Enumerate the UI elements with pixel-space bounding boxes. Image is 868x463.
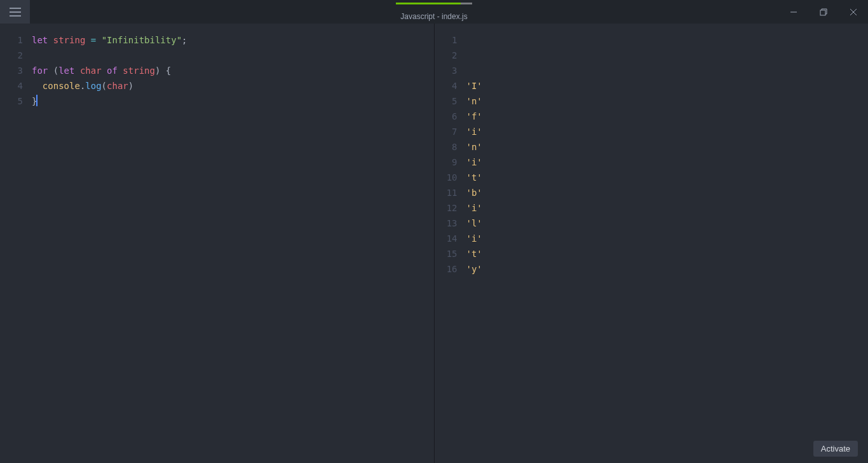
line-number: 3 — [435, 63, 458, 78]
editor-pane[interactable]: 12345 let string = "Infinitbility";for (… — [0, 24, 435, 463]
line-number: 2 — [0, 48, 23, 63]
workspace: 12345 let string = "Infinitbility";for (… — [0, 24, 868, 463]
output-line: 'n' — [466, 93, 869, 109]
line-number: 5 — [435, 93, 458, 109]
activate-button[interactable]: Activate — [813, 441, 858, 457]
output-line: 'y' — [466, 261, 869, 277]
line-number: 13 — [435, 216, 458, 231]
line-number: 3 — [0, 63, 23, 78]
output-line: 'i' — [466, 155, 869, 170]
svg-rect-4 — [820, 10, 825, 15]
output-line: 't' — [466, 246, 869, 261]
output-gutter: 12345678910111213141516 — [435, 32, 466, 463]
output-line: 'I' — [466, 78, 869, 93]
code-line[interactable] — [32, 48, 434, 63]
code-line[interactable]: } — [32, 93, 434, 109]
titlebar-center: Javascript - index.js — [0, 3, 868, 21]
line-number: 4 — [0, 78, 23, 93]
menu-icon — [10, 8, 21, 17]
line-number: 14 — [435, 231, 458, 246]
code-line[interactable]: for (let char of string) { — [32, 63, 434, 78]
output-line — [466, 63, 869, 78]
line-number: 5 — [0, 93, 23, 109]
line-number: 1 — [435, 32, 458, 48]
line-number: 16 — [435, 261, 458, 277]
maximize-icon — [820, 8, 827, 16]
maximize-button[interactable] — [808, 0, 838, 24]
line-number: 7 — [435, 124, 458, 139]
line-number: 8 — [435, 139, 458, 155]
line-number: 10 — [435, 170, 458, 185]
output-line: 'f' — [466, 109, 869, 124]
code-line[interactable]: let string = "Infinitbility"; — [32, 32, 434, 48]
line-number: 15 — [435, 246, 458, 261]
line-number: 12 — [435, 200, 458, 216]
output-line — [466, 48, 869, 63]
hamburger-menu-button[interactable] — [0, 0, 30, 24]
editor-code[interactable]: let string = "Infinitbility";for (let ch… — [32, 32, 434, 463]
line-number: 11 — [435, 185, 458, 200]
window-controls — [778, 0, 868, 24]
output-line: 'n' — [466, 139, 869, 155]
output-line: 'i' — [466, 231, 869, 246]
progress-indicator — [396, 3, 472, 4]
close-icon — [850, 8, 857, 16]
line-number: 2 — [435, 48, 458, 63]
editor-gutter: 12345 — [0, 32, 32, 463]
line-number: 9 — [435, 155, 458, 170]
output-pane[interactable]: 12345678910111213141516 'I''n''f''i''n''… — [435, 24, 869, 463]
line-number: 1 — [0, 32, 23, 48]
close-button[interactable] — [838, 0, 868, 24]
output-line: 'i' — [466, 200, 869, 216]
output-line: 'l' — [466, 216, 869, 231]
output-line — [466, 32, 869, 48]
line-number: 6 — [435, 109, 458, 124]
titlebar: Javascript - index.js — [0, 0, 868, 24]
output-line: 't' — [466, 170, 869, 185]
output-line: 'b' — [466, 185, 869, 200]
window-title: Javascript - index.js — [400, 12, 467, 21]
output-line: 'i' — [466, 124, 869, 139]
code-line[interactable]: console.log(char) — [32, 78, 434, 93]
line-number: 4 — [435, 78, 458, 93]
text-cursor — [36, 95, 37, 106]
output-code: 'I''n''f''i''n''i''t''b''i''l''i''t''y' — [466, 32, 869, 463]
minimize-icon — [790, 8, 797, 16]
minimize-button[interactable] — [778, 0, 808, 24]
